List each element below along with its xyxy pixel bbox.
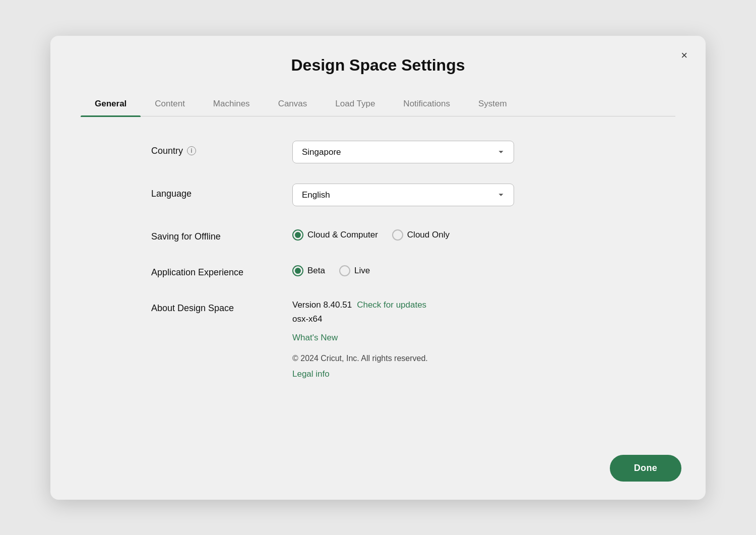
app-experience-radio-group: Beta Live: [292, 262, 370, 276]
close-button[interactable]: ×: [681, 50, 687, 61]
version-line: Version 8.40.51 Check for updates: [292, 298, 428, 313]
modal-title: Design Space Settings: [81, 56, 675, 75]
tab-notifications[interactable]: Notifications: [389, 93, 464, 116]
app-experience-control: Beta Live: [292, 262, 605, 276]
platform-text: osx-x64: [292, 312, 428, 327]
about-label: About Design Space: [151, 298, 292, 314]
settings-grid: Country i Singapore United States United…: [151, 141, 605, 382]
whats-new-link[interactable]: What's New: [292, 333, 338, 342]
cloud-computer-radio[interactable]: [292, 229, 303, 241]
live-radio[interactable]: [339, 265, 350, 276]
tab-machines[interactable]: Machines: [199, 93, 264, 116]
legal-info-link[interactable]: Legal info: [292, 369, 330, 379]
settings-modal: × Design Space Settings General Content …: [50, 36, 706, 500]
tab-load-type[interactable]: Load Type: [321, 93, 389, 116]
language-label: Language: [151, 184, 292, 199]
language-select[interactable]: English Spanish French German Chinese: [292, 184, 514, 206]
country-info-icon[interactable]: i: [187, 146, 196, 155]
language-control: English Spanish French German Chinese: [292, 184, 605, 206]
country-control: Singapore United States United Kingdom A…: [292, 141, 605, 163]
country-label: Country i: [151, 141, 292, 156]
saving-offline-label: Saving for Offline: [151, 226, 292, 242]
app-experience-label: Application Experience: [151, 262, 292, 278]
beta-option[interactable]: Beta: [292, 265, 325, 276]
tab-canvas[interactable]: Canvas: [264, 93, 322, 116]
saving-offline-control: Cloud & Computer Cloud Only: [292, 226, 605, 241]
saving-offline-radio-group: Cloud & Computer Cloud Only: [292, 226, 450, 241]
tabs-bar: General Content Machines Canvas Load Typ…: [81, 93, 675, 116]
check-updates-link[interactable]: Check for updates: [357, 298, 426, 313]
beta-radio[interactable]: [292, 265, 303, 276]
about-content: Version 8.40.51 Check for updates osx-x6…: [292, 298, 428, 382]
tab-content[interactable]: Content: [141, 93, 199, 116]
copyright-text: © 2024 Cricut, Inc. All rights reserved.: [292, 351, 428, 365]
cloud-computer-option[interactable]: Cloud & Computer: [292, 229, 378, 241]
tab-system[interactable]: System: [464, 93, 521, 116]
tab-general[interactable]: General: [81, 93, 141, 116]
live-option[interactable]: Live: [339, 265, 370, 276]
cloud-only-radio[interactable]: [392, 229, 403, 241]
done-button[interactable]: Done: [610, 455, 681, 482]
version-text: Version 8.40.51: [292, 298, 352, 313]
about-control: Version 8.40.51 Check for updates osx-x6…: [292, 298, 605, 382]
country-select[interactable]: Singapore United States United Kingdom A…: [292, 141, 514, 163]
cloud-only-option[interactable]: Cloud Only: [392, 229, 450, 241]
